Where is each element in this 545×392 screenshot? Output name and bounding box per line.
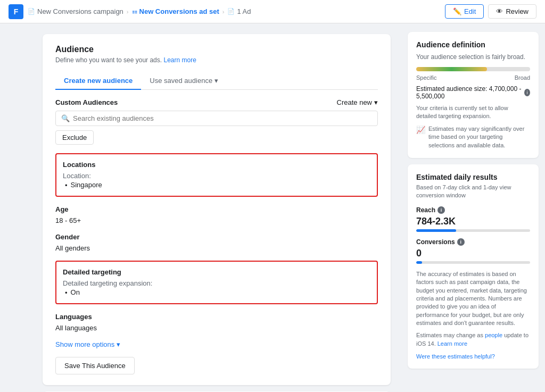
audience-tabs: Create new audience Use saved audience ▾ — [55, 72, 378, 90]
locations-label: Locations — [63, 161, 370, 169]
pencil-icon: ✏️ — [453, 7, 461, 15]
targeting-note: Your criteria is currently set to allow … — [416, 104, 530, 121]
chevron-down-icon: ▾ — [214, 77, 218, 85]
exclude-button[interactable]: Exclude — [55, 130, 94, 145]
meter-broad-label: Broad — [515, 74, 530, 81]
breadcrumb-campaign[interactable]: 📄 New Conversions campaign — [28, 7, 123, 15]
daily-results-card: Estimated daily results Based on 7-day c… — [408, 164, 539, 369]
location-sub-label: Location: — [63, 172, 370, 180]
reach-value: 784-2.3K — [416, 216, 530, 227]
audience-meter: Specific Broad — [416, 67, 530, 81]
targeting-item: • On — [65, 288, 370, 297]
age-field: Age 18 - 65+ — [55, 205, 378, 224]
conversions-label: Conversions — [416, 238, 455, 246]
edit-button[interactable]: ✏️ Edit — [445, 4, 484, 19]
bullet-icon-2: • — [65, 289, 68, 297]
locations-value: Location: • Singapore — [63, 172, 370, 189]
reach-bar-fill — [416, 229, 456, 232]
chevron-down-icon-2: ▾ — [117, 340, 120, 348]
gender-field: Gender All genders — [55, 233, 378, 252]
location-item: • Singapore — [65, 181, 370, 189]
languages-field: Languages All languages — [55, 313, 378, 332]
ios-note: Estimates may change as people update to… — [416, 331, 530, 348]
conversions-info-icon[interactable]: i — [457, 238, 465, 246]
save-audience-button[interactable]: Save This Audience — [55, 357, 135, 374]
age-value: 18 - 65+ — [55, 216, 378, 224]
top-nav: F 📄 New Conversions campaign › ⚏ New Con… — [0, 0, 545, 23]
content-area: Audience Define who you want to see your… — [0, 23, 401, 392]
meter-fill — [416, 67, 487, 71]
main-layout: Audience Define who you want to see your… — [0, 23, 545, 392]
conversions-bar — [416, 261, 530, 264]
results-title: Estimated daily results — [416, 173, 530, 181]
meter-labels: Specific Broad — [416, 74, 530, 81]
audience-def-title: Audience definition — [416, 40, 530, 49]
custom-audiences-label: Custom Audiences — [55, 98, 118, 106]
ios-people-link[interactable]: people — [485, 332, 502, 338]
audience-title: Audience — [55, 45, 378, 54]
audience-info-icon[interactable]: i — [524, 89, 530, 96]
helpful-link[interactable]: Were these estimates helpful? — [416, 353, 495, 360]
show-more-button[interactable]: Show more options ▾ — [55, 340, 120, 348]
meter-bar — [416, 67, 530, 71]
search-input[interactable] — [73, 114, 372, 122]
reach-bar — [416, 229, 530, 232]
targeting-sub-label: Detailed targeting expansion: — [63, 279, 370, 287]
create-new-button[interactable]: Create new ▾ — [337, 98, 378, 106]
tab-saved-audience[interactable]: Use saved audience ▾ — [141, 72, 227, 90]
audience-def-subtitle: Your audience selection is fairly broad. — [416, 53, 530, 61]
audience-learn-more-link[interactable]: Learn more — [163, 56, 196, 64]
audience-subtitle: Define who you want to see your ads. Lea… — [55, 56, 378, 64]
breadcrumb: 📄 New Conversions campaign › ⚏ New Conve… — [28, 7, 251, 15]
detailed-targeting-value: Detailed targeting expansion: • On — [63, 279, 370, 297]
chart-icon: 📈 — [416, 125, 425, 149]
reach-label-row: Reach i — [416, 206, 530, 214]
review-button[interactable]: 👁 Review — [488, 4, 536, 19]
conversions-value: 0 — [416, 248, 530, 259]
search-box[interactable]: 🔍 — [55, 111, 378, 126]
detailed-targeting-box: Detailed targeting Detailed targeting ex… — [55, 261, 378, 304]
tab-create-new[interactable]: Create new audience — [55, 72, 141, 90]
custom-audiences-row: Custom Audiences Create new ▾ — [55, 98, 378, 106]
age-label: Age — [55, 205, 378, 213]
bullet-icon: • — [65, 181, 68, 189]
audience-size-row: Estimated audience size: 4,700,000 - 5,5… — [416, 85, 530, 100]
languages-label: Languages — [55, 313, 378, 321]
conversions-label-row: Conversions i — [416, 238, 530, 246]
audience-definition-card: Audience definition Your audience select… — [408, 32, 539, 158]
estimate-note: 📈 Estimates may vary significantly over … — [416, 125, 530, 149]
ios-learn-more-link[interactable]: Learn more — [437, 340, 467, 347]
audience-card: Audience Define who you want to see your… — [43, 34, 391, 385]
languages-value: All languages — [55, 324, 378, 332]
nav-actions: ✏️ Edit 👁 Review — [445, 4, 536, 19]
locations-box: Locations Location: • Singapore — [55, 153, 378, 197]
results-subtitle: Based on 7-day click and 1-day view conv… — [416, 184, 530, 200]
accuracy-note: The accuracy of estimates is based on fa… — [416, 270, 530, 328]
logo: F — [9, 4, 23, 19]
gender-label: Gender — [55, 233, 378, 241]
eye-icon: 👁 — [496, 7, 503, 15]
breadcrumb-ad[interactable]: 📄 1 Ad — [227, 7, 251, 15]
breadcrumb-sep-1: › — [127, 9, 129, 15]
gender-value: All genders — [55, 244, 378, 252]
dropdown-icon: ▾ — [374, 98, 378, 106]
search-icon: 🔍 — [61, 114, 70, 122]
breadcrumb-sep-2: › — [222, 9, 225, 15]
detailed-targeting-label: Detailed targeting — [63, 268, 370, 276]
conversions-bar-fill — [416, 261, 422, 264]
breadcrumb-adset[interactable]: ⚏ New Conversions ad set — [132, 7, 219, 15]
reach-label: Reach — [416, 206, 435, 214]
audience-size-label: Estimated audience size: 4,700,000 - 5,5… — [416, 85, 522, 100]
right-sidebar: Audience definition Your audience select… — [401, 23, 545, 392]
meter-specific-label: Specific — [416, 74, 437, 81]
reach-info-icon[interactable]: i — [437, 206, 445, 214]
